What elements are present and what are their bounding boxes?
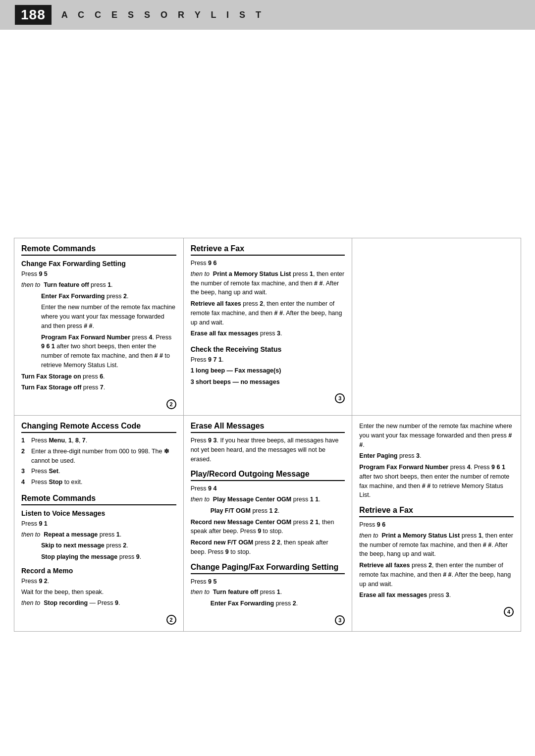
badge-3-top: 3 <box>335 393 345 403</box>
badge-4-bottom: 4 <box>504 607 514 617</box>
step-1: 1 Press Menu, 1, 8, 7. <box>21 436 176 445</box>
press-92: Press 9 2. <box>21 577 176 586</box>
badge-3-bottom: 3 <box>335 615 345 625</box>
enter-paging: Enter Paging press 3. <box>359 451 514 461</box>
change-paging-title: Change Paging/Fax Forwarding Setting <box>191 563 345 574</box>
then-to-repeat: then to Repeat a message press 1. <box>21 530 176 540</box>
badge-2-top: 2 <box>166 399 176 409</box>
press-971: Press 9 7 1. <box>191 355 345 365</box>
short-beeps-no-msg: 3 short beeps — no messages <box>191 378 345 387</box>
retrieve-fax-title: Retrieve a Fax <box>191 244 345 256</box>
col1-bottom: Changing Remote Access Code 1 Press Menu… <box>14 416 183 631</box>
wait-beep: Wait for the beep, then speak. <box>21 588 176 597</box>
access-code-steps: 1 Press Menu, 1, 8, 7. 2 Enter a three-d… <box>21 436 176 487</box>
erase-all-title: Erase All Messages <box>191 422 345 433</box>
play-record-title: Play/Record Outgoing Message <box>191 470 345 481</box>
main-content: Remote Commands Change Fax Forwarding Se… <box>0 238 535 642</box>
section-remote-commands-title: Remote Commands <box>21 244 176 256</box>
step-2: 2 Enter a three-digit number from 000 to… <box>21 447 176 466</box>
press-95-2: Press 9 5 <box>191 577 345 587</box>
erase-all-para: Press 9 3. If you hear three beeps, all … <box>191 436 345 464</box>
page-header: 188 A C C E S S O R Y L I S T <box>0 0 535 30</box>
then-to-turn-off: then to Turn feature off press 1. <box>191 588 345 597</box>
enter-fax-forwarding: Enter Fax Forwarding press 2. <box>41 292 176 301</box>
press-91: Press 9 1 <box>21 519 176 529</box>
then-to-play-ogm: then to Play Message Center OGM press 1 … <box>191 495 345 504</box>
col2-top: Retrieve a Fax Press 9 6 then to Print a… <box>183 238 352 415</box>
retrieve-all-faxes: Retrieve all faxes press 2, then enter t… <box>191 299 345 327</box>
program-fax-forward: Program Fax Forward Number press 4. Pres… <box>41 333 176 370</box>
listen-voice-title: Listen to Voice Messages <box>21 509 176 517</box>
press-96: Press 9 6 <box>191 259 345 268</box>
top-space <box>0 30 535 238</box>
col1-top: Remote Commands Change Fax Forwarding Se… <box>14 238 183 415</box>
enter-new-number: Enter the new number of the remote fax m… <box>41 303 176 330</box>
col3-top <box>352 238 521 415</box>
then-to-feature-off: then to Turn feature off press 1. <box>21 280 176 290</box>
page-number: 188 <box>15 5 52 25</box>
record-memo-title: Record a Memo <box>21 567 176 575</box>
stop-playing: Stop playing the message press 9. <box>41 552 176 562</box>
record-new-ft-ogm: Record new F/T OGM press 2 2, then speak… <box>191 538 345 557</box>
press-96-2: Press 9 6 <box>359 520 514 530</box>
subsection-change-fax-title: Change Fax Forwarding Setting <box>21 260 176 268</box>
badge-2-bottom: 2 <box>166 615 176 625</box>
enter-new-number-cont: Enter the new number of the remote fax m… <box>359 422 514 449</box>
press-94: Press 9 4 <box>191 484 345 493</box>
col3-bottom: Enter the new number of the remote fax m… <box>352 416 521 631</box>
then-to-print-memory: then to Print a Memory Status List press… <box>191 270 345 297</box>
turn-fax-storage-on: Turn Fax Storage on press 6. <box>21 372 176 381</box>
page-title: A C C E S S O R Y L I S T <box>61 10 265 20</box>
check-receiving-title: Check the Receiving Status <box>191 345 345 353</box>
changing-remote-access-title: Changing Remote Access Code <box>21 422 176 433</box>
press-95: Press 9 5 <box>21 270 176 279</box>
retrieve-fax2-title: Retrieve a Fax <box>359 506 514 517</box>
top-grid: Remote Commands Change Fax Forwarding Se… <box>14 238 521 416</box>
turn-fax-storage-off: Turn Fax Storage off press 7. <box>21 383 176 392</box>
then-to-print-memory2: then to Print a Memory Status List press… <box>359 531 514 559</box>
long-beep-fax: 1 long beep — Fax message(s) <box>191 366 345 376</box>
col2-bottom: Erase All Messages Press 9 3. If you hea… <box>183 416 352 631</box>
bottom-grid: Changing Remote Access Code 1 Press Menu… <box>14 416 521 632</box>
enter-fax-fwd2: Enter Fax Forwarding press 2. <box>211 599 345 608</box>
step-3: 3 Press Set. <box>21 467 176 476</box>
play-ft-ogm: Play F/T OGM press 1 2. <box>211 506 345 516</box>
program-fax-fwd2: Program Fax Forward Number press 4. Pres… <box>359 463 514 500</box>
step-4: 4 Press Stop to exit. <box>21 478 176 487</box>
erase-all-fax2: Erase all fax messages press 3. <box>359 591 514 600</box>
then-to-stop-recording: then to Stop recording — Press 9. <box>21 598 176 608</box>
erase-all-fax-messages: Erase all fax messages press 3. <box>191 329 345 338</box>
retrieve-all-faxes2: Retrieve all faxes press 2, then enter t… <box>359 561 514 589</box>
remote-commands-title2: Remote Commands <box>21 494 176 505</box>
record-new-mc-ogm: Record new Message Center OGM press 2 1,… <box>191 518 345 537</box>
skip-next-message: Skip to next message press 2. <box>41 541 176 550</box>
